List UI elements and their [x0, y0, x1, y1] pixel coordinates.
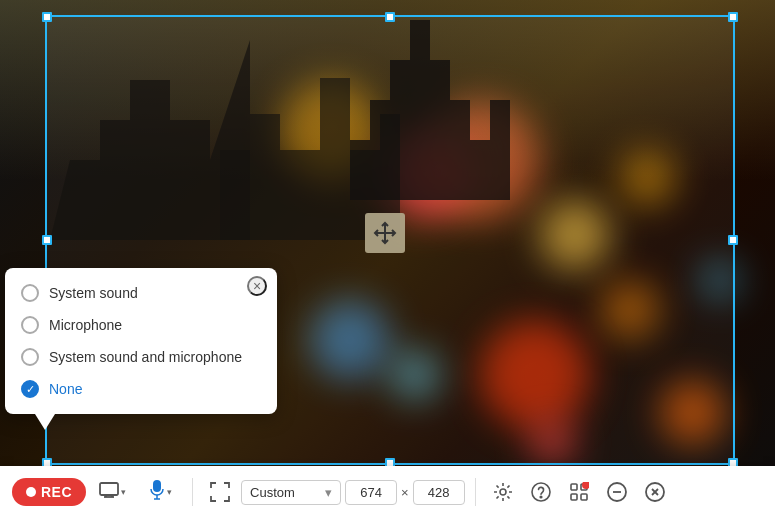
- none-option[interactable]: None: [21, 380, 261, 398]
- svg-rect-13: [581, 494, 587, 500]
- toolbar-divider-1: [192, 478, 193, 506]
- svg-point-7: [500, 489, 506, 495]
- system-sound-mic-label: System sound and microphone: [49, 349, 242, 365]
- handle-top-left[interactable]: [42, 12, 52, 22]
- rec-dot: [26, 487, 36, 497]
- rec-label: REC: [41, 484, 72, 500]
- handle-middle-right[interactable]: [728, 235, 738, 245]
- size-dropdown-arrow-icon: ▾: [325, 485, 332, 500]
- toolbar-divider-2: [475, 478, 476, 506]
- size-dropdown-value: Custom: [250, 485, 295, 500]
- screen-icon: [99, 482, 119, 503]
- svg-rect-4: [153, 480, 161, 492]
- svg-rect-0: [100, 483, 118, 495]
- handle-top-middle[interactable]: [385, 12, 395, 22]
- system-sound-option[interactable]: System sound: [21, 284, 261, 302]
- screen-dropdown-arrow: ▾: [121, 487, 126, 497]
- svg-rect-12: [571, 494, 577, 500]
- microphone-button[interactable]: ▾: [138, 474, 182, 510]
- size-dropdown[interactable]: Custom ▾: [241, 480, 341, 505]
- toolbar: REC ▾ ▾: [0, 466, 775, 518]
- rec-button[interactable]: REC: [12, 478, 86, 506]
- handle-top-right[interactable]: [728, 12, 738, 22]
- svg-rect-10: [571, 484, 577, 490]
- system-sound-mic-option[interactable]: System sound and microphone: [21, 348, 261, 366]
- system-sound-radio[interactable]: [21, 284, 39, 302]
- help-button[interactable]: [524, 475, 558, 509]
- svg-point-9: [540, 496, 542, 498]
- move-cursor-icon[interactable]: [365, 213, 405, 253]
- microphone-option[interactable]: Microphone: [21, 316, 261, 334]
- none-radio[interactable]: [21, 380, 39, 398]
- microphone-radio[interactable]: [21, 316, 39, 334]
- system-sound-label: System sound: [49, 285, 138, 301]
- microphone-icon: [149, 480, 165, 505]
- mic-dropdown-arrow: ▾: [167, 487, 172, 497]
- height-input[interactable]: [413, 480, 465, 505]
- screen-selector-button[interactable]: ▾: [90, 474, 134, 510]
- fullscreen-button[interactable]: [203, 475, 237, 509]
- settings-button[interactable]: [486, 475, 520, 509]
- svg-point-14: [582, 482, 589, 489]
- handle-middle-left[interactable]: [42, 235, 52, 245]
- microphone-label: Microphone: [49, 317, 122, 333]
- size-separator: ×: [401, 485, 409, 500]
- audio-popup: × System sound Microphone System sound a…: [5, 268, 277, 414]
- width-input[interactable]: [345, 480, 397, 505]
- grid-button[interactable]: [562, 475, 596, 509]
- system-sound-mic-radio[interactable]: [21, 348, 39, 366]
- popup-close-button[interactable]: ×: [247, 276, 267, 296]
- minimize-button[interactable]: [600, 475, 634, 509]
- none-label: None: [49, 381, 82, 397]
- close-button[interactable]: [638, 475, 672, 509]
